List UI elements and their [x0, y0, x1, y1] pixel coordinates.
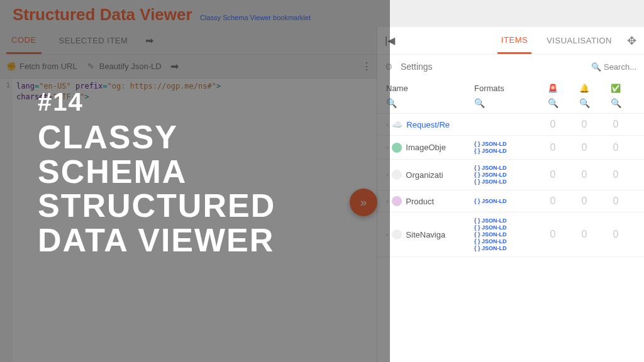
search-icon: 🔍 — [591, 62, 601, 72]
type-dot-icon — [392, 170, 402, 180]
arrow-right-icon[interactable]: ➡ — [170, 60, 179, 72]
arrow-right-icon[interactable]: ➡ — [145, 35, 153, 47]
type-dot-icon — [392, 229, 402, 239]
format-badge: JSON-LD — [474, 141, 537, 147]
format-badge: JSON-LD — [474, 231, 537, 238]
move-icon[interactable]: ✥ — [627, 34, 636, 48]
count-cell: 0 — [537, 169, 569, 180]
count-cell: 0 — [569, 169, 600, 180]
settings-icon[interactable]: ⚙ — [385, 62, 393, 72]
chevron-right-icon[interactable]: › — [386, 121, 388, 128]
right-tabs: |◀ ITEMS VISUALISATION ✥ — [377, 27, 644, 55]
tab-selected-item[interactable]: SELECTED ITEM — [54, 28, 133, 53]
app-title: Structured Data Viewer — [13, 5, 192, 25]
chevron-right-icon[interactable]: › — [386, 198, 388, 205]
bookmarklet-link[interactable]: Classy Schema Viewer bookmarklet — [200, 14, 311, 21]
format-badge: JSON-LD — [474, 217, 537, 224]
count-cell: 0 — [600, 142, 631, 153]
formats-cell: JSON-LDJSON-LD — [474, 141, 537, 154]
type-dot-icon — [392, 143, 402, 153]
right-toolbar: ⚙ Settings 🔍 Search... — [377, 55, 644, 79]
settings-label[interactable]: Settings — [401, 62, 433, 72]
format-badge: JSON-LD — [474, 238, 537, 244]
item-name-label: ImageObje — [406, 143, 446, 152]
table-header: Name Formats 🚨 🔔 ✅ — [377, 79, 644, 96]
item-name-label: Product — [406, 197, 434, 206]
line-gutter: 1 — [0, 79, 13, 362]
pencil-icon: ✎ — [86, 62, 96, 72]
format-badge: JSON-LD — [474, 148, 537, 154]
search-box[interactable]: 🔍 Search... — [591, 62, 636, 72]
count-cell: 0 — [537, 142, 569, 153]
type-dot-icon — [392, 196, 402, 206]
table-row[interactable]: ›☁️Request/Re000 — [377, 114, 644, 136]
col-ok-icon[interactable]: ✅ — [600, 84, 631, 93]
col-name[interactable]: Name — [386, 84, 474, 93]
count-cell: 0 — [569, 195, 600, 207]
count-cell: 0 — [569, 229, 600, 240]
count-cell: 0 — [569, 142, 600, 153]
expand-fab[interactable]: » — [350, 189, 377, 216]
count-cell: 0 — [600, 119, 631, 130]
formats-cell: JSON-LDJSON-LDJSON-LDJSON-LDJSON-LD — [474, 217, 537, 251]
format-badge: JSON-LD — [474, 224, 537, 231]
format-badge: JSON-LD — [474, 178, 537, 185]
format-badge: JSON-LD — [474, 245, 537, 251]
fetch-url-button[interactable]: ✊ Fetch from URL — [6, 62, 77, 72]
cloud-icon: ☁️ — [392, 119, 402, 129]
count-cell: 0 — [537, 119, 569, 130]
formats-cell: JSON-LDJSON-LDJSON-LD — [474, 165, 537, 185]
count-cell: 0 — [537, 229, 569, 240]
fetch-label: Fetch from URL — [19, 62, 77, 71]
items-list: ›☁️Request/Re000›ImageObjeJSON-LDJSON-LD… — [377, 114, 644, 257]
beautify-button[interactable]: ✎ Beautify Json-LD — [86, 62, 162, 72]
format-badge: JSON-LD — [474, 165, 537, 171]
left-panel: CODE SELECTED ITEM ➡ ✊ Fetch from URL ✎ … — [0, 27, 377, 362]
right-panel: |◀ ITEMS VISUALISATION ✥ ⚙ Settings 🔍 Se… — [377, 27, 644, 362]
item-name-label: SiteNaviga — [406, 230, 445, 239]
tab-code[interactable]: CODE — [6, 28, 42, 54]
filter-formats[interactable]: 🔍 — [474, 98, 537, 108]
count-cell: 0 — [569, 119, 600, 130]
col-formats[interactable]: Formats — [474, 84, 537, 93]
fetch-icon: ✊ — [6, 62, 16, 72]
formats-cell: JSON-LD — [474, 198, 537, 204]
code-editor[interactable]: 1 lang="en-US" prefix="og: https://ogp.m… — [0, 79, 377, 362]
count-cell: 0 — [600, 169, 631, 180]
format-badge: JSON-LD — [474, 198, 537, 204]
col-warnings-icon[interactable]: 🔔 — [569, 84, 600, 93]
tab-items[interactable]: ITEMS — [497, 28, 531, 54]
more-menu-icon[interactable]: ⋮ — [362, 60, 370, 72]
filter-errors[interactable]: 🔍 — [537, 98, 569, 108]
table-row[interactable]: ›SiteNavigaJSON-LDJSON-LDJSON-LDJSON-LDJ… — [377, 212, 644, 257]
count-cell: 0 — [537, 195, 569, 207]
search-placeholder: Search... — [604, 62, 636, 72]
chevron-right-icon[interactable]: › — [386, 172, 388, 178]
beautify-label: Beautify Json-LD — [99, 62, 162, 71]
left-tabs: CODE SELECTED ITEM ➡ — [0, 27, 377, 55]
item-name-label: Request/Re — [406, 120, 450, 129]
filter-row: 🔍 🔍 🔍 🔍 🔍 — [377, 96, 644, 114]
filter-name[interactable]: 🔍 — [386, 98, 474, 108]
col-errors-icon[interactable]: 🚨 — [537, 84, 569, 93]
left-toolbar: ✊ Fetch from URL ✎ Beautify Json-LD ➡ ⋮ — [0, 55, 377, 79]
count-cell: 0 — [600, 229, 631, 240]
table-row[interactable]: ›OrganizatiJSON-LDJSON-LDJSON-LD000 — [377, 160, 644, 190]
chevron-right-icon[interactable]: › — [386, 231, 388, 238]
count-cell: 0 — [600, 195, 631, 207]
filter-warnings[interactable]: 🔍 — [569, 98, 600, 108]
table-row[interactable]: ›ProductJSON-LD000 — [377, 190, 644, 212]
item-name-label: Organizati — [406, 170, 443, 180]
filter-ok[interactable]: 🔍 — [600, 98, 631, 108]
code-content[interactable]: lang="en-US" prefix="og: https://ogp.me/… — [13, 79, 377, 362]
format-badge: JSON-LD — [474, 172, 537, 178]
chevron-right-icon[interactable]: › — [386, 144, 388, 151]
collapse-left-icon[interactable]: |◀ — [385, 35, 395, 47]
app-header: Structured Data Viewer Classy Schema Vie… — [0, 0, 644, 27]
tab-visualisation[interactable]: VISUALISATION — [543, 28, 616, 53]
table-row[interactable]: ›ImageObjeJSON-LDJSON-LD000 — [377, 136, 644, 160]
